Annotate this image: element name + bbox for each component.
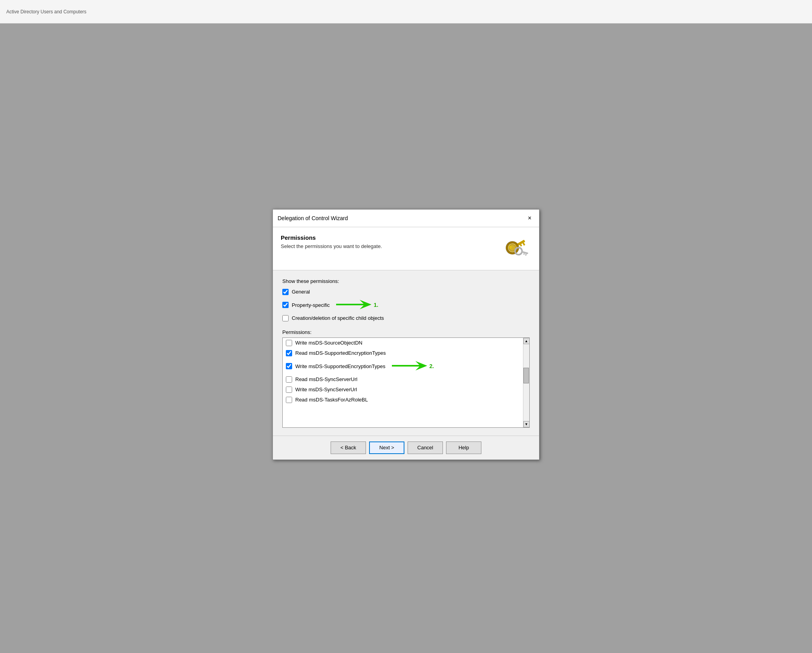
checkbox-item-general: General [282, 289, 530, 295]
creation-deletion-label: Creation/deletion of specific child obje… [292, 315, 384, 321]
permission-filter-checkboxes: General Property-specific 1. Creation/de… [282, 289, 530, 321]
property-specific-label: Property-specific [292, 302, 330, 308]
scroll-down-button[interactable]: ▼ [523, 421, 530, 427]
permissions-list-container: Write msDS-SourceObjectDN Read msDS-Supp… [282, 337, 530, 428]
svg-rect-12 [525, 254, 527, 256]
perm-label-6: Read msDS-TasksForAzRoleBL [295, 397, 368, 403]
perm-label-4: Read msDS-SyncServerUrl [295, 376, 357, 382]
cancel-button[interactable]: Cancel [408, 441, 443, 454]
background-app-title: Active Directory Users and Computers [6, 9, 86, 15]
perm-item-3: Write msDS-SupportedEncryptionTypes 2. [283, 358, 523, 374]
page-subtitle: Select the permissions you want to deleg… [281, 243, 504, 249]
dialog-title: Delegation of Control Wizard [278, 215, 348, 221]
perm-checkbox-1[interactable] [286, 340, 292, 346]
perm-item-2: Read msDS-SupportedEncryptionTypes [283, 348, 523, 358]
perm-checkbox-4[interactable] [286, 376, 292, 383]
key-icon [504, 234, 531, 263]
perm-item-4: Read msDS-SyncServerUrl [283, 374, 523, 385]
perm-label-3: Write msDS-SupportedEncryptionTypes [295, 363, 386, 369]
general-label: General [292, 289, 310, 295]
perm-checkbox-2[interactable] [286, 350, 292, 356]
svg-rect-11 [523, 253, 525, 255]
svg-marker-14 [392, 361, 427, 370]
perm-label-5: Write msDS-SyncServerUrl [295, 387, 357, 392]
background-app-bar: Active Directory Users and Computers [0, 0, 812, 24]
perm-checkbox-6[interactable] [286, 397, 292, 403]
scroll-track [523, 344, 529, 421]
perm-item-6: Read msDS-TasksForAzRoleBL [283, 395, 523, 405]
permissions-list[interactable]: Write msDS-SourceObjectDN Read msDS-Supp… [283, 338, 523, 427]
main-content: Show these permissions: General Property… [273, 270, 539, 436]
help-button[interactable]: Help [446, 441, 481, 454]
perm-label-1: Write msDS-SourceObjectDN [295, 340, 362, 346]
checkbox-item-property-specific: Property-specific 1. [282, 299, 530, 311]
show-permissions-label: Show these permissions: [282, 278, 530, 284]
title-bar: Delegation of Control Wizard × [273, 210, 539, 227]
footer-buttons: < Back Next > Cancel Help [273, 436, 539, 460]
header-text: Permissions Select the permissions you w… [281, 234, 504, 249]
annotation-number-1: 1. [374, 302, 379, 308]
creation-deletion-checkbox[interactable] [282, 315, 289, 321]
annotation-number-2: 2. [430, 363, 434, 369]
permissions-section-label: Permissions: [282, 329, 530, 335]
checkbox-item-creation-deletion: Creation/deletion of specific child obje… [282, 315, 530, 321]
scroll-thumb [523, 368, 529, 383]
scroll-up-button[interactable]: ▲ [523, 338, 530, 344]
annotation-arrow-2 [392, 360, 427, 372]
general-checkbox[interactable] [282, 289, 289, 295]
list-scrollbar[interactable]: ▲ ▼ [523, 338, 529, 427]
page-title: Permissions [281, 234, 504, 241]
perm-label-2: Read msDS-SupportedEncryptionTypes [295, 350, 386, 356]
back-button[interactable]: < Back [331, 441, 366, 454]
close-button[interactable]: × [525, 213, 534, 223]
svg-marker-13 [336, 300, 371, 309]
delegation-wizard-dialog: Delegation of Control Wizard × Permissio… [272, 209, 540, 460]
next-button[interactable]: Next > [369, 441, 404, 454]
perm-item-1: Write msDS-SourceObjectDN [283, 338, 523, 348]
annotation-arrow-1 [336, 299, 371, 311]
property-specific-checkbox[interactable] [282, 302, 289, 308]
header-section: Permissions Select the permissions you w… [273, 227, 539, 270]
perm-checkbox-3[interactable] [286, 363, 292, 369]
perm-checkbox-5[interactable] [286, 387, 292, 393]
perm-item-5: Write msDS-SyncServerUrl [283, 385, 523, 395]
